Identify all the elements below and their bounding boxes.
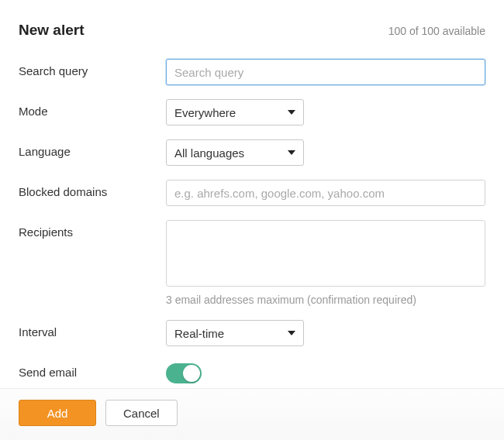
mode-select[interactable]: Everywhere xyxy=(166,99,304,125)
new-alert-panel: New alert 100 of 100 available Search qu… xyxy=(0,0,504,383)
language-select-value: All languages xyxy=(174,146,244,160)
interval-select[interactable]: Real-time xyxy=(166,320,304,346)
row-interval: Interval Real-time xyxy=(19,320,485,346)
page-title: New alert xyxy=(19,22,84,39)
panel-header: New alert 100 of 100 available xyxy=(19,22,485,39)
availability-counter: 100 of 100 available xyxy=(388,25,485,37)
label-language: Language xyxy=(19,139,166,158)
footer-actions: Add Cancel xyxy=(0,388,504,440)
label-blocked-domains: Blocked domains xyxy=(19,180,166,198)
cancel-button[interactable]: Cancel xyxy=(105,400,178,426)
label-send-email: Send email xyxy=(19,360,166,379)
row-recipients: Recipients 3 email addresses maximum (co… xyxy=(19,220,485,306)
language-select[interactable]: All languages xyxy=(166,139,304,166)
blocked-domains-input[interactable] xyxy=(166,180,485,206)
label-mode: Mode xyxy=(19,99,166,118)
search-query-input[interactable] xyxy=(166,59,485,85)
row-mode: Mode Everywhere xyxy=(19,99,485,125)
label-search-query: Search query xyxy=(19,59,166,77)
row-send-email: Send email xyxy=(19,360,485,383)
recipients-help-text: 3 email addresses maximum (confirmation … xyxy=(166,294,485,306)
label-recipients: Recipients xyxy=(19,220,166,239)
row-blocked-domains: Blocked domains xyxy=(19,180,485,206)
toggle-knob xyxy=(183,365,200,382)
row-language: Language All languages xyxy=(19,139,485,166)
caret-down-icon xyxy=(288,150,295,155)
add-button[interactable]: Add xyxy=(19,400,96,426)
interval-select-value: Real-time xyxy=(174,327,224,340)
send-email-toggle[interactable] xyxy=(166,363,202,383)
caret-down-icon xyxy=(288,110,295,115)
recipients-textarea[interactable] xyxy=(166,220,485,287)
label-interval: Interval xyxy=(19,320,166,339)
caret-down-icon xyxy=(288,331,295,335)
row-search-query: Search query xyxy=(19,59,485,85)
mode-select-value: Everywhere xyxy=(174,106,236,119)
